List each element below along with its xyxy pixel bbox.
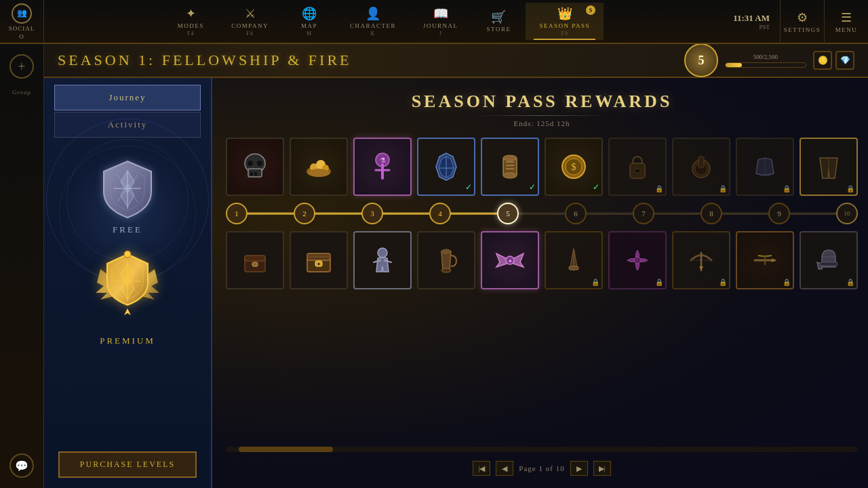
currency-icon-2: 💎	[835, 51, 854, 70]
checked-icon: ✓	[465, 182, 472, 192]
page-next-button[interactable]: ▶	[570, 461, 588, 476]
premium-reward-3-icon	[355, 232, 410, 288]
tab-activity[interactable]: Activity	[54, 112, 201, 138]
rewards-panel: SEASON PASS REWARDS Ends: 125d 12h	[212, 78, 868, 488]
menu-button[interactable]: ☰ MENU	[824, 0, 868, 43]
free-reward-5[interactable]: ✓	[481, 138, 539, 196]
progress-node-4: 4	[429, 203, 451, 224]
svg-rect-19	[254, 172, 257, 176]
free-tier-label: FREE	[113, 224, 142, 235]
free-reward-3[interactable]: ⚗	[353, 138, 412, 196]
rewards-divider	[474, 115, 610, 116]
season-level: 5	[684, 43, 718, 77]
free-reward-1-icon	[227, 139, 283, 195]
nav-store[interactable]: 🛒 STORE	[471, 3, 526, 40]
page-label: Page 1 of 10	[519, 464, 564, 472]
svg-point-24	[308, 169, 330, 177]
progress-line	[239, 213, 844, 215]
svg-text:✦: ✦	[508, 258, 513, 264]
season-xp-bar	[725, 62, 806, 68]
progress-node-10: 10	[836, 203, 858, 224]
chat-button[interactable]: 💬	[9, 453, 34, 478]
svg-point-36	[503, 173, 517, 178]
svg-point-17	[257, 161, 262, 166]
svg-point-16	[248, 161, 253, 166]
season-pass-badge: S	[586, 5, 595, 15]
premium-reward-5[interactable]: ✦	[481, 231, 539, 289]
svg-rect-71	[820, 262, 837, 266]
premium-reward-8[interactable]: 🔒	[672, 231, 730, 289]
lock-icon-2: 🔒	[719, 185, 727, 192]
checked-icon-3: ✓	[593, 182, 599, 192]
page-prev-button[interactable]: ◀	[496, 461, 513, 476]
map-key: M	[307, 30, 312, 37]
premium-reward-10[interactable]: 🔒	[800, 231, 858, 289]
pagination: |◀ ◀ Page 1 of 10 ▶ ▶|	[226, 455, 858, 481]
svg-point-59	[441, 268, 451, 272]
svg-rect-49	[252, 262, 258, 266]
svg-rect-44	[698, 157, 704, 167]
nav-season-pass[interactable]: S 👑 SEASON PASS F9	[526, 3, 603, 40]
free-reward-9[interactable]: 🔒	[736, 138, 794, 196]
free-reward-7[interactable]: 🔒	[608, 138, 667, 196]
journal-icon: 📖	[433, 6, 448, 21]
nav-modes[interactable]: ✦ MODES F4	[163, 3, 218, 40]
premium-reward-2[interactable]	[290, 231, 348, 289]
tab-journey[interactable]: Journey	[54, 85, 201, 110]
premium-reward-7[interactable]: 🔒	[608, 231, 667, 289]
currency-icons: 🪙 💎	[813, 51, 854, 70]
progress-node-5: 5	[497, 203, 519, 224]
modes-label: MODES	[178, 22, 204, 29]
panel-tabs: Journey Activity	[44, 78, 211, 138]
social-label: SOCIAL	[9, 25, 35, 32]
season-pass-icon: 👑	[557, 6, 572, 21]
lock-icon-7: 🔒	[719, 279, 727, 286]
svg-marker-67	[699, 266, 703, 270]
reward-rows: ⚗ ✓	[226, 138, 858, 443]
timezone-value: PST	[733, 24, 770, 30]
progress-node-3: 3	[361, 203, 383, 224]
journal-key: J	[439, 30, 442, 37]
season-title: SEASON 1: FELLOWSHIP & FIRE	[58, 52, 352, 69]
progress-node-6: 6	[565, 203, 587, 224]
premium-reward-4[interactable]	[417, 231, 475, 289]
premium-reward-3[interactable]	[353, 231, 412, 289]
purchase-levels-button[interactable]: Purchase Levels	[58, 451, 197, 478]
add-group-button[interactable]: +	[9, 54, 34, 79]
svg-rect-18	[250, 172, 253, 176]
free-reward-2[interactable]	[290, 138, 348, 196]
premium-reward-1[interactable]	[226, 231, 284, 289]
premium-tier-label: PREMIUM	[100, 336, 155, 346]
journal-label: JOURNAL	[423, 22, 458, 29]
character-icon: 👤	[366, 6, 380, 21]
left-panel: Journey Activity	[44, 78, 212, 488]
progress-node-1: 1	[226, 203, 248, 224]
page-first-button[interactable]: |◀	[473, 461, 490, 476]
modes-icon: ✦	[186, 6, 196, 21]
time-value: 11:31 AM	[733, 13, 770, 24]
nav-character[interactable]: 👤 CHARACTER K	[336, 3, 410, 40]
lock-icon-6: 🔒	[655, 279, 663, 286]
free-reward-1[interactable]	[226, 138, 284, 196]
social-button[interactable]: 👥 SOCIAL O	[0, 0, 44, 43]
settings-button[interactable]: ⚙ SETTINGS	[780, 0, 824, 43]
premium-reward-6[interactable]: 🔒	[545, 231, 603, 289]
svg-rect-52	[307, 256, 330, 258]
free-reward-8[interactable]: 🔒	[672, 138, 730, 196]
free-reward-4[interactable]: ✓	[417, 138, 475, 196]
nav-map[interactable]: 🌐 MAP M	[282, 3, 336, 40]
settings-icon: ⚙	[797, 10, 808, 25]
group-label: Group	[12, 89, 31, 96]
page-last-button[interactable]: ▶|	[593, 461, 611, 476]
nav-company[interactable]: ⚔ COMPANY F4	[218, 3, 282, 40]
free-reward-6[interactable]: $ ✓	[545, 138, 603, 196]
map-icon: 🌐	[302, 6, 317, 21]
company-key: F4	[246, 30, 253, 37]
premium-reward-4-icon	[418, 232, 474, 288]
premium-reward-9[interactable]: 🔒	[736, 231, 794, 289]
free-reward-10[interactable]: 🔒	[800, 138, 858, 196]
svg-marker-70	[772, 258, 775, 262]
svg-point-64	[634, 257, 641, 264]
nav-journal[interactable]: 📖 JOURNAL J	[410, 3, 472, 40]
progress-track: 1 2 3 4 5 6 7 8 9	[226, 199, 858, 228]
